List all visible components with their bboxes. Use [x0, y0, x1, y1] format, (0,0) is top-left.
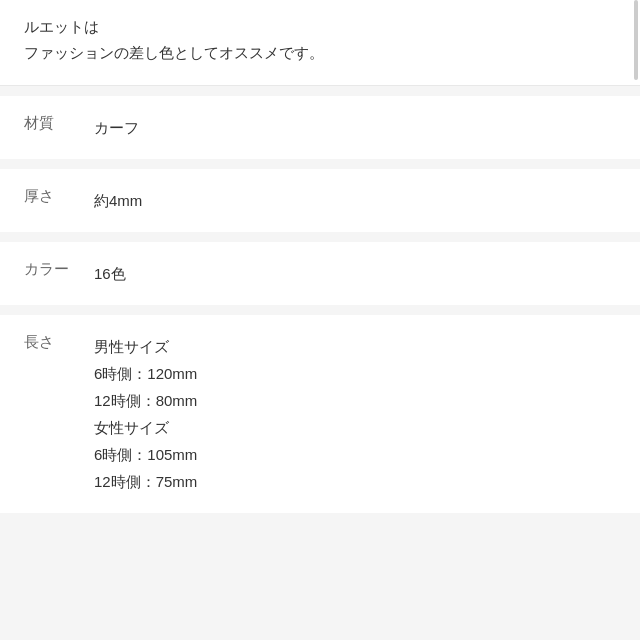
length-female-size: 女性サイズ [94, 419, 169, 436]
length-male-6: 6時側：120mm [94, 365, 197, 382]
scrollbar[interactable] [634, 0, 638, 80]
spec-label-color: カラー [24, 260, 94, 279]
spec-label-thickness: 厚さ [24, 187, 94, 206]
spec-value-color: 16色 [94, 260, 126, 287]
top-text-line1: ルエットは [24, 18, 99, 35]
top-description-text: ルエットは ファッションの差し色としてオススメです。 [24, 14, 616, 65]
length-male-size: 男性サイズ [94, 338, 169, 355]
top-text-section: ルエットは ファッションの差し色としてオススメです。 [0, 0, 640, 86]
spec-label-material: 材質 [24, 114, 94, 133]
length-female-6: 6時側：105mm [94, 446, 197, 463]
spec-value-thickness: 約4mm [94, 187, 142, 214]
row-separator-1 [0, 161, 640, 169]
row-separator-2 [0, 234, 640, 242]
spec-table: 材質 カーフ 厚さ 約4mm カラー 16色 長さ 男性サイズ 6時側：120m… [0, 96, 640, 513]
spec-row-color: カラー 16色 [0, 242, 640, 305]
spec-value-length: 男性サイズ 6時側：120mm 12時側：80mm 女性サイズ 6時側：105m… [94, 333, 197, 495]
page-container: ルエットは ファッションの差し色としてオススメです。 材質 カーフ 厚さ 約4m… [0, 0, 640, 640]
length-male-12: 12時側：80mm [94, 392, 197, 409]
row-separator-3 [0, 307, 640, 315]
spec-value-material: カーフ [94, 114, 139, 141]
spec-row-thickness: 厚さ 約4mm [0, 169, 640, 232]
spec-label-length: 長さ [24, 333, 94, 352]
spec-row-length: 長さ 男性サイズ 6時側：120mm 12時側：80mm 女性サイズ 6時側：1… [0, 315, 640, 513]
length-female-12: 12時側：75mm [94, 473, 197, 490]
spec-row-material: 材質 カーフ [0, 96, 640, 159]
top-text-line2: ファッションの差し色としてオススメです。 [24, 44, 324, 61]
